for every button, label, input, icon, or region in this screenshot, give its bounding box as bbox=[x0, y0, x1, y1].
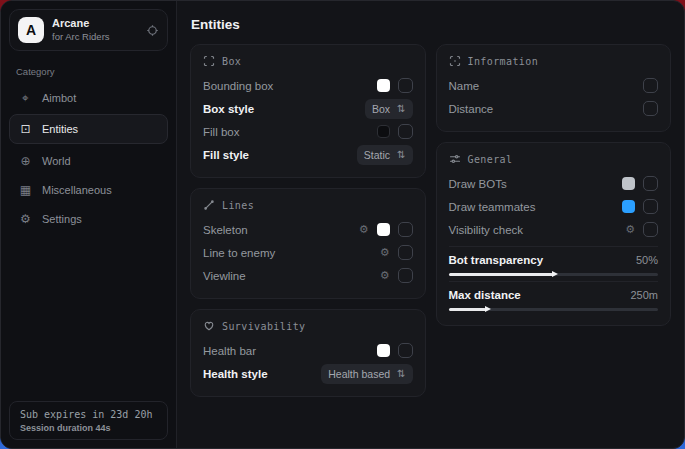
max-distance-value: 250m bbox=[630, 289, 658, 301]
unfold-icon: ⇅ bbox=[397, 368, 405, 379]
main-panel: Entities Box Bounding box bbox=[177, 1, 684, 448]
information-card-header: Information bbox=[449, 55, 659, 67]
setting-row-visibility-check: Visibility check ⚙ bbox=[449, 218, 659, 241]
target-icon[interactable] bbox=[146, 24, 159, 37]
heart-icon bbox=[203, 320, 215, 332]
box-card-header: Box bbox=[203, 55, 413, 67]
bounding-box-checkbox[interactable] bbox=[398, 78, 413, 93]
setting-row-draw-teammates: Draw teammates bbox=[449, 195, 659, 218]
lines-card: Lines Skeleton ⚙ Line to enemy ⚙ bbox=[190, 188, 426, 299]
app-header: A Arcane for Arc Riders bbox=[9, 9, 168, 51]
app-subtitle: for Arc Riders bbox=[52, 31, 110, 43]
sidebar-item-world[interactable]: ⊕ World bbox=[9, 147, 168, 174]
sidebar: A Arcane for Arc Riders Category ⌖ Aimbo… bbox=[1, 1, 177, 448]
survivability-card-header: Survivability bbox=[203, 320, 413, 332]
gear-icon[interactable]: ⚙ bbox=[625, 224, 635, 235]
fill-box-checkbox[interactable] bbox=[398, 124, 413, 139]
unfold-icon: ⇅ bbox=[397, 149, 405, 160]
sidebar-item-label: Settings bbox=[42, 213, 82, 225]
health-style-select[interactable]: Health based ⇅ bbox=[321, 364, 412, 384]
app-name: Arcane bbox=[52, 17, 110, 31]
sidebar-item-label: Entities bbox=[42, 123, 78, 135]
box-style-select[interactable]: Box ⇅ bbox=[365, 99, 412, 119]
lines-card-header: Lines bbox=[203, 199, 413, 211]
grid-icon: ▦ bbox=[19, 183, 32, 197]
skeleton-checkbox[interactable] bbox=[398, 222, 413, 237]
box-card: Box Bounding box Box style Box bbox=[190, 44, 426, 178]
info-brackets-icon bbox=[449, 55, 461, 67]
subscription-expiry: Sub expires in 23d 20h bbox=[20, 409, 157, 420]
setting-row-box-style: Box style Box ⇅ bbox=[203, 97, 413, 120]
draw-teammates-checkbox[interactable] bbox=[643, 199, 658, 214]
sidebar-item-aimbot[interactable]: ⌖ Aimbot bbox=[9, 84, 168, 111]
bot-transparency-value: 50% bbox=[636, 254, 658, 266]
sidebar-item-label: World bbox=[42, 155, 71, 167]
globe-icon: ⊕ bbox=[19, 154, 32, 168]
gear-icon[interactable]: ⚙ bbox=[359, 224, 369, 235]
color-swatch[interactable] bbox=[377, 344, 390, 357]
setting-row-distance: Distance bbox=[449, 97, 659, 120]
setting-row-health-style: Health style Health based ⇅ bbox=[203, 362, 413, 385]
general-card: General Draw BOTs Draw teammates bbox=[436, 142, 672, 326]
bot-transparency-group: Bot transparency 50% bbox=[449, 246, 659, 276]
app-window: A Arcane for Arc Riders Category ⌖ Aimbo… bbox=[0, 0, 685, 449]
color-swatch[interactable] bbox=[377, 79, 390, 92]
distance-checkbox[interactable] bbox=[643, 101, 658, 116]
app-logo: A bbox=[18, 17, 44, 43]
bot-transparency-slider[interactable] bbox=[449, 273, 659, 276]
gear-icon[interactable]: ⚙ bbox=[380, 247, 390, 258]
sliders-icon bbox=[449, 153, 461, 165]
setting-row-name: Name bbox=[449, 74, 659, 97]
fill-style-select[interactable]: Static ⇅ bbox=[357, 145, 413, 165]
color-swatch[interactable] bbox=[377, 223, 390, 236]
draw-bots-checkbox[interactable] bbox=[643, 176, 658, 191]
max-distance-slider[interactable] bbox=[449, 308, 659, 311]
gear-icon: ⚙ bbox=[19, 212, 32, 226]
category-label: Category bbox=[16, 66, 161, 77]
gear-icon[interactable]: ⚙ bbox=[380, 270, 390, 281]
unfold-icon: ⇅ bbox=[397, 103, 405, 114]
information-card: Information Name Distance bbox=[436, 44, 672, 132]
setting-row-line-to-enemy: Line to enemy ⚙ bbox=[203, 241, 413, 264]
color-swatch[interactable] bbox=[622, 200, 635, 213]
setting-row-bounding-box: Bounding box bbox=[203, 74, 413, 97]
setting-row-draw-bots: Draw BOTs bbox=[449, 172, 659, 195]
sidebar-item-label: Miscellaneous bbox=[42, 184, 112, 196]
survivability-card: Survivability Health bar Health style bbox=[190, 309, 426, 397]
visibility-check-checkbox[interactable] bbox=[643, 222, 658, 237]
sidebar-item-label: Aimbot bbox=[42, 92, 76, 104]
color-swatch[interactable] bbox=[377, 125, 390, 138]
scan-brackets-icon bbox=[203, 55, 215, 67]
general-card-header: General bbox=[449, 153, 659, 165]
setting-row-fill-style: Fill style Static ⇅ bbox=[203, 143, 413, 166]
sidebar-item-miscellaneous[interactable]: ▦ Miscellaneous bbox=[9, 176, 168, 203]
session-duration: Session duration 44s bbox=[20, 423, 157, 433]
scan-icon: ⊡ bbox=[19, 122, 32, 136]
health-bar-checkbox[interactable] bbox=[398, 343, 413, 358]
line-to-enemy-checkbox[interactable] bbox=[398, 245, 413, 260]
setting-row-viewline: Viewline ⚙ bbox=[203, 264, 413, 287]
crosshair-icon: ⌖ bbox=[19, 91, 32, 105]
setting-row-fill-box: Fill box bbox=[203, 120, 413, 143]
setting-row-health-bar: Health bar bbox=[203, 339, 413, 362]
max-distance-group: Max distance 250m bbox=[449, 281, 659, 311]
diagonal-line-icon bbox=[203, 199, 215, 211]
page-title: Entities bbox=[190, 11, 671, 44]
sidebar-item-settings[interactable]: ⚙ Settings bbox=[9, 205, 168, 232]
sidebar-item-entities[interactable]: ⊡ Entities bbox=[9, 114, 168, 144]
setting-row-skeleton: Skeleton ⚙ bbox=[203, 218, 413, 241]
subscription-info: Sub expires in 23d 20h Session duration … bbox=[9, 401, 168, 440]
color-swatch[interactable] bbox=[622, 177, 635, 190]
viewline-checkbox[interactable] bbox=[398, 268, 413, 283]
name-checkbox[interactable] bbox=[643, 78, 658, 93]
